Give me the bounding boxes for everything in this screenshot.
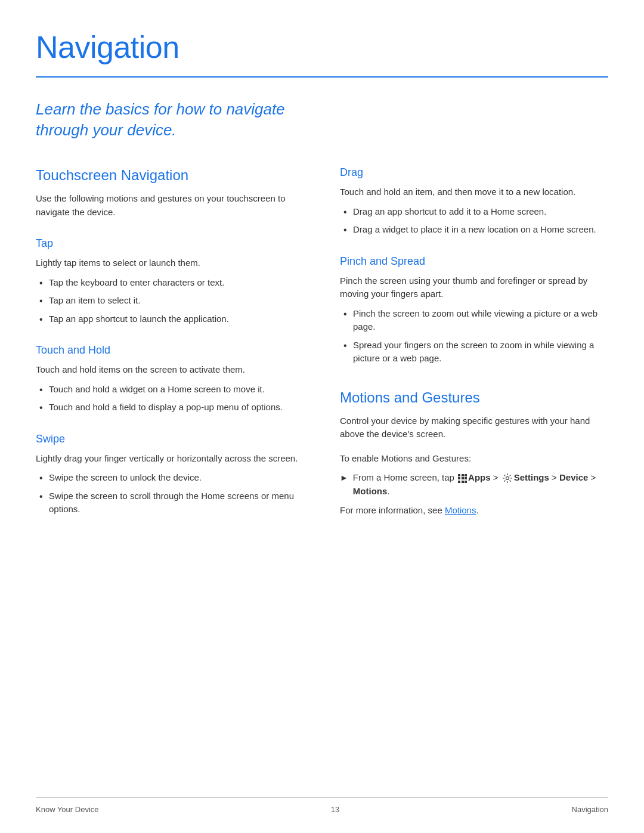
touch-hold-bullet-2: Touch and hold a field to display a pop-… [36, 401, 304, 414]
swipe-bullet-1: Swipe the screen to unlock the device. [36, 471, 304, 485]
tap-bullet-1: Tap the keyboard to enter characters or … [36, 276, 304, 290]
touch-hold-heading: Touch and Hold [36, 342, 304, 358]
drag-heading: Drag [340, 165, 608, 181]
settings-icon [502, 473, 513, 484]
title-divider [36, 76, 608, 78]
drag-bullet-1: Drag an app shortcut to add it to a Home… [340, 205, 608, 219]
pinch-heading: Pinch and Spread [340, 253, 608, 270]
right-column: Drag Touch and hold an item, and then mo… [340, 165, 608, 524]
tap-bullet-3: Tap an app shortcut to launch the applic… [36, 312, 304, 326]
swipe-heading: Swipe [36, 431, 304, 447]
touch-hold-intro: Touch and hold items on the screen to ac… [36, 363, 304, 377]
pinch-bullets: Pinch the screen to zoom out while viewi… [340, 307, 608, 366]
touchscreen-intro: Use the following motions and gestures o… [36, 192, 304, 219]
svg-point-0 [506, 477, 509, 480]
left-column: Touchscreen Navigation Use the following… [36, 165, 304, 524]
pinch-bullet-1: Pinch the screen to zoom out while viewi… [340, 307, 608, 334]
swipe-bullets: Swipe the screen to unlock the device. S… [36, 471, 304, 516]
motions-label: Motions [353, 486, 388, 496]
footer-page-number: 13 [331, 804, 339, 816]
content-columns: Touchscreen Navigation Use the following… [36, 165, 608, 524]
swipe-bullet-2: Swipe the screen to scroll through the H… [36, 490, 304, 516]
footer-left: Know Your Device [36, 804, 99, 816]
drag-bullets: Drag an app shortcut to add it to a Home… [340, 205, 608, 237]
touch-hold-bullet-1: Touch and hold a widget on a Home screen… [36, 383, 304, 397]
more-info-text: For more information, see Motions. [340, 504, 608, 518]
settings-label: Settings [514, 472, 549, 482]
drag-intro: Touch and hold an item, and then move it… [340, 185, 608, 199]
tap-intro: Lightly tap items to select or launch th… [36, 256, 304, 270]
touch-hold-bullets: Touch and hold a widget on a Home screen… [36, 383, 304, 414]
tagline: Learn the basics for how to navigate thr… [36, 99, 310, 141]
motions-instruction: ► From a Home screen, tap Apps > Setting… [340, 471, 608, 498]
pinch-intro: Pinch the screen using your thumb and fo… [340, 274, 608, 301]
tap-heading: Tap [36, 236, 304, 252]
tap-bullets: Tap the keyboard to enter characters or … [36, 276, 304, 326]
touchscreen-heading: Touchscreen Navigation [36, 165, 304, 186]
page-footer: Know Your Device 13 Navigation [36, 797, 608, 816]
motions-intro: Control your device by making specific g… [340, 414, 608, 441]
apps-icon [458, 474, 467, 483]
page-wrapper: Navigation Learn the basics for how to n… [0, 0, 644, 833]
device-label: Device [559, 472, 588, 482]
swipe-intro: Lightly drag your finger vertically or h… [36, 452, 304, 466]
drag-bullet-2: Drag a widget to place it in a new locat… [340, 223, 608, 237]
footer-right: Navigation [572, 804, 608, 816]
pinch-bullet-2: Spread your fingers on the screen to zoo… [340, 339, 608, 366]
arrow-icon: ► [340, 472, 348, 484]
tap-bullet-2: Tap an item to select it. [36, 294, 304, 308]
motions-instruction-text: From a Home screen, tap Apps > Settings … [353, 471, 608, 498]
enable-text: To enable Motions and Gestures: [340, 452, 608, 466]
page-title: Navigation [36, 24, 608, 70]
apps-label: Apps [468, 472, 491, 482]
motions-heading: Motions and Gestures [340, 387, 608, 408]
motions-link[interactable]: Motions [445, 505, 476, 515]
